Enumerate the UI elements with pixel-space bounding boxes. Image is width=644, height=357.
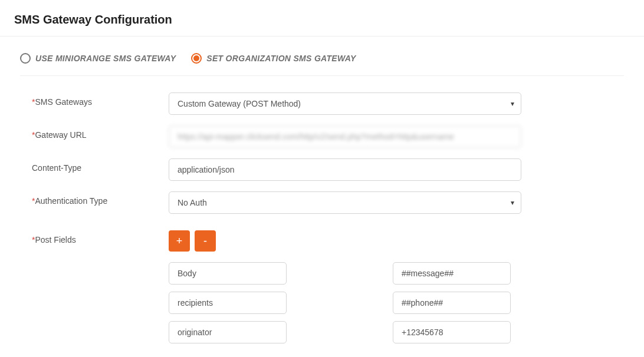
key-column	[169, 262, 287, 343]
label-text: Post Fields	[35, 235, 75, 244]
gateway-mode-radio-row: USE MINIORANGE SMS GATEWAY SET ORGANIZAT…	[20, 53, 624, 64]
post-field-value-input[interactable]	[393, 321, 511, 343]
label-auth-type: *Authentication Type	[20, 191, 169, 206]
radio-label: SET ORGANIZATION SMS GATEWAY	[206, 54, 356, 63]
radio-unselected-icon	[20, 53, 31, 64]
content-type-input[interactable]	[169, 158, 521, 181]
form-row-sms-gateways: *SMS Gateways Custom Gateway (POST Metho…	[20, 92, 624, 115]
label-gateway-url: *Gateway URL	[20, 125, 169, 140]
content-area: USE MINIORANGE SMS GATEWAY SET ORGANIZAT…	[0, 37, 644, 357]
post-field-key-input[interactable]	[169, 262, 287, 285]
radio-dot-icon	[193, 55, 199, 61]
post-fields-button-row: + -	[169, 230, 521, 252]
radio-selected-icon	[191, 53, 202, 64]
sms-gateways-select[interactable]: Custom Gateway (POST Method)	[169, 92, 521, 115]
label-text: Content-Type	[32, 163, 81, 173]
post-field-value-input[interactable]	[393, 292, 511, 314]
label-content-type: Content-Type	[20, 158, 169, 173]
form-row-post-fields: *Post Fields + -	[20, 230, 624, 343]
radio-organization-gateway[interactable]: SET ORGANIZATION SMS GATEWAY	[191, 53, 356, 64]
label-text: Gateway URL	[35, 130, 86, 140]
form-row-content-type: Content-Type	[20, 158, 624, 181]
gateway-url-input[interactable]	[169, 125, 521, 148]
divider	[20, 75, 624, 76]
page-title: SMS Gateway Configuration	[0, 0, 644, 37]
post-field-value-input[interactable]	[393, 262, 511, 285]
label-sms-gateways: *SMS Gateways	[20, 92, 169, 107]
form-row-gateway-url: *Gateway URL	[20, 125, 624, 148]
remove-field-button[interactable]: -	[195, 230, 216, 252]
add-field-button[interactable]: +	[169, 230, 190, 252]
radio-label: USE MINIORANGE SMS GATEWAY	[35, 54, 176, 63]
post-fields-pairs	[169, 262, 521, 343]
label-text: SMS Gateways	[35, 97, 91, 107]
post-field-key-input[interactable]	[169, 321, 287, 343]
label-text: Authentication Type	[35, 196, 107, 206]
radio-miniorange-gateway[interactable]: USE MINIORANGE SMS GATEWAY	[20, 53, 176, 64]
value-column	[393, 262, 511, 343]
form-row-auth-type: *Authentication Type No Auth ▾	[20, 191, 624, 214]
post-field-key-input[interactable]	[169, 292, 287, 314]
auth-type-select[interactable]: No Auth	[169, 191, 521, 214]
label-post-fields: *Post Fields	[20, 230, 169, 244]
